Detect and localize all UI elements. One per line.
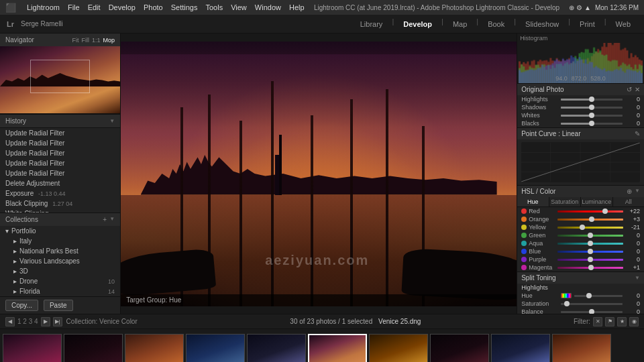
collection-italy[interactable]: ▸ Italy [0,236,120,246]
tab-book[interactable]: Book [481,17,511,31]
tab-map[interactable]: Map [446,17,474,31]
filmstrip-thumb-1[interactable]: ★★★ [3,334,62,363]
menu-help[interactable]: Help [289,3,305,11]
split-balance-slider[interactable] [561,311,623,313]
collection-various[interactable]: ▸ Various Landscapes [0,256,120,266]
blue-slider[interactable] [557,251,623,253]
nav-end-button[interactable]: ▶| [53,317,62,326]
zoom-fill[interactable]: Fill [82,37,90,44]
history-item[interactable]: Update Radial Filter [0,158,120,168]
collection-florida[interactable]: ▸ Florida 14 [0,286,120,296]
filter-flagged-button[interactable]: ⚑ [605,317,614,326]
tab-web[interactable]: Web [609,17,637,31]
purple-slider[interactable] [557,259,623,261]
collections-header[interactable]: Collections + ▼ [0,213,120,226]
aqua-slider[interactable] [557,243,623,245]
tab-library[interactable]: Library [354,17,390,31]
blacks-value: 0 [625,120,640,127]
collection-drone[interactable]: ▸ Drone 10 [0,276,120,286]
filmstrip-thumb-8[interactable]: ★★★ [430,334,489,363]
tab-develop[interactable]: Develop [396,17,439,31]
split-hue-slider[interactable] [574,295,623,297]
filter-off-button[interactable]: ✕ [593,317,602,326]
filmstrip-thumb-3[interactable]: ★★★ [125,334,184,363]
menu-settings[interactable]: Settings [171,3,198,11]
tone-curve-mini[interactable] [521,142,640,182]
menu-lightroom[interactable]: Lightroom [27,3,60,11]
filmstrip-thumb-2[interactable]: ★★★ [64,334,123,363]
orange-slider[interactable] [557,219,623,221]
split-toning-header[interactable]: Split Toning ▼ [517,272,644,284]
filmstrip-thumb-6[interactable]: ⚑ ★★★ [308,334,367,363]
split-sat-slider[interactable] [561,303,623,305]
purple-label: Purple [529,256,555,263]
red-label: Red [529,208,555,215]
filmstrip-thumb-10[interactable]: ★★★ [552,334,611,363]
collection-portfolio[interactable]: ▾ Portfolio [0,226,120,236]
curve-edit-icon[interactable]: ✎ [635,130,640,137]
menu-file[interactable]: File [68,3,80,11]
highlights-slider[interactable] [561,99,623,101]
hsl-tab-saturation[interactable]: Saturation [549,197,581,206]
menu-view[interactable]: View [231,3,247,11]
history-item[interactable]: Update Radial Filter [0,168,120,178]
collections-add-icon[interactable]: + [103,216,107,223]
tone-curve-header[interactable]: Point Curve : Linear ✎ [517,128,644,139]
hsl-tab-luminance[interactable]: Luminance [581,197,612,206]
menu-tools[interactable]: Tools [205,3,223,11]
hist-val-2: 872.0 [572,75,587,82]
original-photo-header[interactable]: Original Photo ↺ ✕ [517,84,644,95]
close-small-icon[interactable]: ✕ [635,86,640,93]
menu-window[interactable]: Window [255,3,281,11]
history-item[interactable]: Update Radial Filter [0,128,120,138]
zoom-mop[interactable]: Mop [103,37,115,44]
navigator-thumbnail[interactable] [0,46,120,113]
hsl-tab-hue[interactable]: Hue [517,197,549,206]
menu-photo[interactable]: Photo [144,3,163,11]
filmstrip-thumb-7[interactable]: ★★★ [369,334,428,363]
magenta-slider[interactable] [557,267,623,269]
history-item[interactable]: Black Clipping 1.27 04 [0,198,120,208]
navigator-header[interactable]: Navigator Fit Fill 1:1 Mop [0,34,120,46]
collections-collapse[interactable]: ▼ [109,216,115,223]
hsl-header[interactable]: HSL / Color ⊕ ▼ [517,186,644,197]
split-toning-collapse[interactable]: ▼ [635,275,640,281]
zoom-1-1[interactable]: 1:1 [92,37,101,44]
system-tray: ⊕ ⚙ ▲ Mon 12:36 PM [569,4,639,11]
tab-print[interactable]: Print [573,17,602,31]
yellow-slider[interactable] [557,227,623,229]
tab-slideshow[interactable]: Slideshow [519,17,566,31]
history-item[interactable]: Delete Adjustment [0,178,120,188]
history-item[interactable]: Exposure -1.13 0.44 [0,188,120,198]
collection-national-parks[interactable]: ▸ National Parks Best [0,246,120,256]
menu-develop[interactable]: Develop [109,3,136,11]
zoom-fit[interactable]: Fit [72,37,79,44]
filter-color-button[interactable]: ◉ [629,317,639,326]
hsl-tab-all[interactable]: All [613,197,644,206]
whites-slider[interactable] [561,115,623,117]
next-photo-button[interactable]: ▶ [41,317,50,326]
hsl-yellow-row: Yellow -21 [517,223,644,231]
red-slider[interactable] [557,210,623,213]
reset-icon[interactable]: ↺ [627,86,632,93]
menu-edit[interactable]: Edit [88,3,101,11]
history-item[interactable]: Update Radial Filter [0,138,120,148]
history-item[interactable]: Update Radial Filter [0,148,120,158]
filter-stars-button[interactable]: ★ [617,317,627,326]
shadows-slider[interactable] [561,107,623,109]
history-header[interactable]: History ▼ [0,114,120,128]
green-value: 0 [625,232,640,239]
green-slider[interactable] [557,235,623,237]
hsl-target-icon[interactable]: ⊕ [627,188,632,195]
collection-3d[interactable]: ▸ 3D [0,266,120,276]
paste-button[interactable]: Paste [44,300,73,311]
main-layout: Navigator Fit Fill 1:1 Mop History ▼ [0,34,644,314]
filmstrip-thumb-9[interactable]: ★★★ [491,334,550,363]
history-collapse[interactable]: ▼ [109,118,115,124]
filmstrip-thumb-5[interactable]: ★★★ [247,334,306,363]
prev-photo-button[interactable]: ◀ [5,317,15,326]
filmstrip-thumb-4[interactable]: ★★★ [186,334,245,363]
hsl-collapse[interactable]: ▼ [635,188,640,195]
blacks-slider[interactable] [561,123,623,125]
copy-button[interactable]: Copy... [5,300,38,311]
